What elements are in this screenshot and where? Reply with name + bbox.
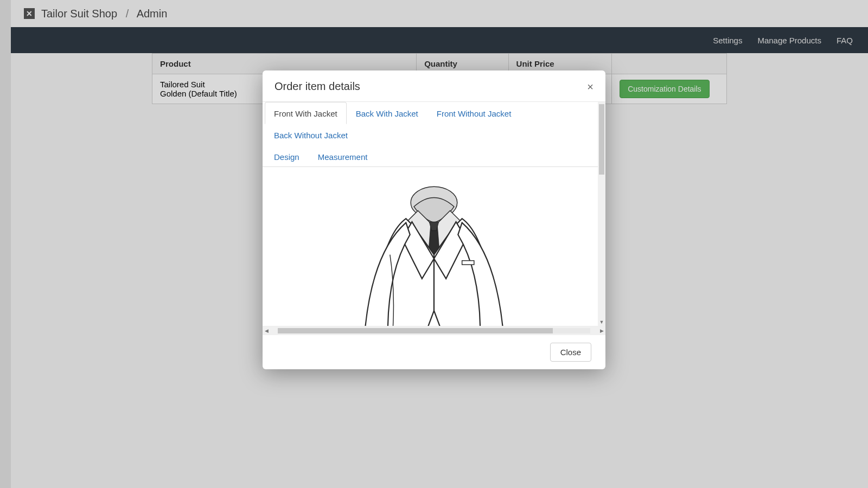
scroll-right-arrow[interactable]: ▶	[598, 326, 605, 335]
tab-front-without-jacket[interactable]: Front Without Jacket	[427, 102, 521, 124]
vertical-scroll-thumb[interactable]	[599, 104, 604, 175]
vertical-scrollbar[interactable]: ▲ ▼	[598, 102, 605, 326]
tab-front-with-jacket[interactable]: Front With Jacket	[265, 102, 347, 124]
close-button[interactable]: Close	[550, 343, 591, 362]
tab-measurement[interactable]: Measurement	[309, 145, 377, 167]
horizontal-scrollbar[interactable]: ◀ ▶	[263, 326, 605, 335]
scroll-left-arrow[interactable]: ◀	[263, 326, 270, 335]
order-item-modal: Order item details × Front With Jacket B…	[263, 70, 605, 369]
modal-title: Order item details	[275, 80, 360, 93]
modal-backdrop[interactable]: Order item details × Front With Jacket B…	[0, 0, 868, 488]
scroll-down-arrow[interactable]: ▼	[598, 318, 605, 326]
tab-back-with-jacket[interactable]: Back With Jacket	[347, 102, 427, 124]
horizontal-scroll-thumb[interactable]	[278, 328, 553, 333]
tab-design[interactable]: Design	[265, 145, 309, 167]
svg-rect-1	[462, 261, 474, 265]
close-icon[interactable]: ×	[587, 81, 593, 92]
jacket-preview	[266, 175, 602, 326]
tab-back-without-jacket[interactable]: Back Without Jacket	[265, 124, 357, 145]
